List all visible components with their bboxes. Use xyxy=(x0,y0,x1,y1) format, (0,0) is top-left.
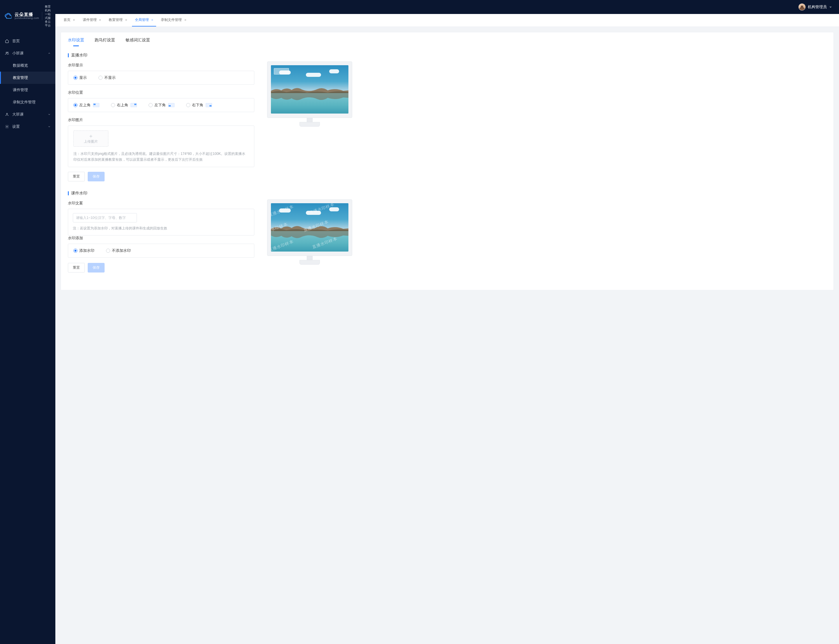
radio-icon xyxy=(73,76,77,80)
save-button[interactable]: 保存 xyxy=(88,172,105,181)
upload-label: 上传图片 xyxy=(84,139,98,144)
breadcrumb-tabs: 首页× 课件管理× 教室管理× 全局管理× 录制文件管理× xyxy=(55,14,839,27)
section-live-watermark: 直播水印 xyxy=(68,53,254,58)
section-course-watermark: 课件水印 xyxy=(68,191,254,196)
radio-add-yes[interactable]: 添加水印 xyxy=(73,248,94,253)
preview-monitor-course: 直播水印样本 直播水印样本 直播水印样本 直播水印样本 直播水印样本 直播水印样… xyxy=(267,199,352,264)
corner-preview-icon xyxy=(93,103,99,107)
users-icon xyxy=(5,51,9,56)
svg-point-0 xyxy=(6,52,7,53)
home-icon xyxy=(5,39,9,43)
nav-label: 教室管理 xyxy=(13,75,28,80)
nav-recording-mgmt[interactable]: 录制文件管理 xyxy=(0,96,55,108)
radio-display-show[interactable]: 显示 xyxy=(73,75,87,80)
page-tabs: 水印设置 跑马灯设置 敏感词汇设置 xyxy=(68,38,826,46)
nav-label: 课件管理 xyxy=(13,87,28,93)
brand-tagline: 教育机构一站式服务云平台 xyxy=(45,5,52,27)
radio-icon xyxy=(73,249,77,253)
tab-courseware[interactable]: 课件管理× xyxy=(80,14,104,26)
close-icon[interactable]: × xyxy=(73,18,75,22)
sidebar: 云朵直播 yunduoketang.com 教育机构一站式服务云平台 首页 小班… xyxy=(0,0,55,644)
plus-icon: ＋ xyxy=(88,133,94,139)
nav-home[interactable]: 首页 xyxy=(0,35,55,47)
ptab-marquee[interactable]: 跑马灯设置 xyxy=(95,38,115,46)
brand-name: 云朵直播 xyxy=(15,12,39,17)
upload-dropzone[interactable]: ＋ 上传图片 xyxy=(73,130,108,147)
wm-text-hint: 注：若设置为添加水印，对直播上传的课件和生成的回放生效 xyxy=(73,225,249,231)
radio-icon xyxy=(106,249,110,253)
nav: 首页 小班课 数据概览 教室管理 课件管理 录制文件管理 xyxy=(0,35,55,133)
label-wm-image: 水印图片 xyxy=(68,117,254,123)
nav-classroom-mgmt[interactable]: 教室管理 xyxy=(0,72,55,84)
label-wm-display: 水印显示 xyxy=(68,62,254,68)
radio-icon xyxy=(111,103,115,107)
radio-icon xyxy=(148,103,153,107)
ptab-watermark[interactable]: 水印设置 xyxy=(68,38,84,46)
topbar: 机构管理员 xyxy=(55,0,839,14)
nav-small-class[interactable]: 小班课 xyxy=(0,47,55,59)
nav-label: 录制文件管理 xyxy=(13,100,36,105)
close-icon[interactable]: × xyxy=(184,18,186,22)
corner-preview-icon xyxy=(206,103,212,107)
reset-button[interactable]: 重置 xyxy=(68,172,85,181)
radio-pos-tr[interactable]: 右上角 xyxy=(111,102,137,108)
chevron-down-icon xyxy=(829,5,832,9)
user-menu[interactable]: 机构管理员 xyxy=(798,3,832,10)
svg-point-1 xyxy=(8,52,8,53)
users-group-icon xyxy=(5,112,9,117)
chevron-down-icon xyxy=(48,125,51,129)
user-name: 机构管理员 xyxy=(808,4,827,10)
wm-position-options: 左上角 右上角 左下角 右下角 xyxy=(68,98,254,112)
nav-label: 数据概览 xyxy=(13,63,28,68)
label-wm-add: 水印添加 xyxy=(68,235,254,241)
nav-label: 设置 xyxy=(12,124,20,129)
logo: 云朵直播 yunduoketang.com 教育机构一站式服务云平台 xyxy=(0,0,55,33)
label-wm-position: 水印位置 xyxy=(68,90,254,95)
nav-label: 大班课 xyxy=(12,112,24,117)
avatar xyxy=(798,3,806,10)
svg-point-3 xyxy=(7,126,8,127)
tab-classroom[interactable]: 教室管理× xyxy=(106,14,130,26)
nav-data-overview[interactable]: 数据概览 xyxy=(0,59,55,72)
radio-icon xyxy=(186,103,190,107)
wm-image-upload-box: ＋ 上传图片 注：水印只支持png格式图片，且必须为透明底。建议最佳图片尺寸：1… xyxy=(68,125,254,167)
gear-icon xyxy=(5,124,9,129)
tab-home[interactable]: 首页× xyxy=(61,14,78,26)
wm-text-input[interactable] xyxy=(73,213,137,222)
chevron-up-icon xyxy=(48,51,51,56)
wm-text-box: 注：若设置为添加水印，对直播上传的课件和生成的回放生效 xyxy=(68,209,254,235)
nav-label: 小班课 xyxy=(12,51,24,56)
close-icon[interactable]: × xyxy=(125,18,127,22)
save-button[interactable]: 保存 xyxy=(88,263,105,273)
chevron-down-icon xyxy=(48,112,51,117)
nav-big-class[interactable]: 大班课 xyxy=(0,108,55,120)
corner-preview-icon xyxy=(168,103,175,107)
corner-preview-icon xyxy=(130,103,137,107)
nav-label: 首页 xyxy=(12,38,20,44)
svg-point-2 xyxy=(7,113,8,114)
close-icon[interactable]: × xyxy=(99,18,101,22)
preview-monitor-live xyxy=(267,61,352,127)
radio-icon xyxy=(99,76,102,80)
wm-add-options: 添加水印 不添加水印 xyxy=(68,244,254,258)
brand-domain: yunduoketang.com xyxy=(15,17,39,20)
ptab-sensitive[interactable]: 敏感词汇设置 xyxy=(125,38,150,46)
radio-pos-bl[interactable]: 左下角 xyxy=(148,102,175,108)
wm-display-options: 显示 不显示 xyxy=(68,71,254,85)
tab-recording[interactable]: 录制文件管理× xyxy=(158,14,190,26)
tab-global[interactable]: 全局管理× xyxy=(132,14,157,26)
radio-pos-tl[interactable]: 左上角 xyxy=(73,102,99,108)
nav-settings[interactable]: 设置 xyxy=(0,120,55,133)
cloud-logo-icon xyxy=(4,12,12,20)
close-icon[interactable]: × xyxy=(151,18,153,22)
radio-add-no[interactable]: 不添加水印 xyxy=(106,248,131,253)
watermark-badge-preview xyxy=(274,68,289,74)
radio-display-hide[interactable]: 不显示 xyxy=(99,75,115,80)
radio-pos-br[interactable]: 右下角 xyxy=(186,102,212,108)
nav-courseware-mgmt[interactable]: 课件管理 xyxy=(0,84,55,96)
reset-button[interactable]: 重置 xyxy=(68,263,85,273)
nav-sub-small-class: 数据概览 教室管理 课件管理 录制文件管理 xyxy=(0,59,55,108)
radio-icon xyxy=(73,103,77,107)
upload-hint: 注：水印只支持png格式图片，且必须为透明底。建议最佳图片尺寸：174*80，大… xyxy=(73,151,249,163)
label-wm-text: 水印文案 xyxy=(68,200,254,206)
